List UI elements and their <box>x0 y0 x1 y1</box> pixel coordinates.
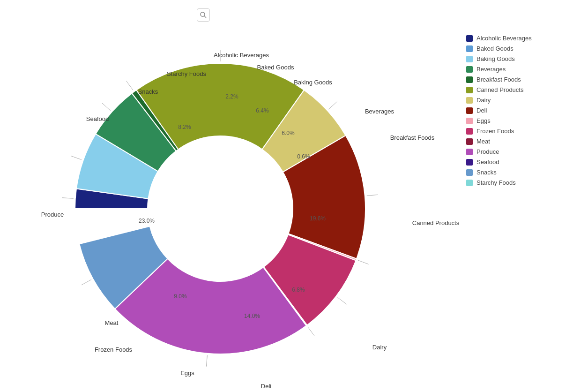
legend-swatch <box>466 35 473 42</box>
segment-outer-label: Starchy Foods <box>167 70 206 77</box>
legend-swatch <box>466 149 473 155</box>
segment-outer-label: Dairy <box>372 344 387 351</box>
legend-item: Eggs <box>466 117 579 124</box>
segment-pct-label: 6.0% <box>282 130 295 136</box>
legend-item: Seafood <box>466 158 579 166</box>
segment-outer-label: Deli <box>261 383 272 390</box>
segment-outer-label: Baked Goods <box>257 64 294 71</box>
legend-swatch <box>466 138 473 145</box>
legend-items: Alcoholic Beverages Baked Goods Baking G… <box>466 35 579 186</box>
legend-swatch <box>466 118 473 124</box>
legend-item: Canned Products <box>466 86 579 93</box>
legend-swatch <box>466 45 473 52</box>
legend-swatch <box>466 66 473 73</box>
segment-outer-label: Frozen Foods <box>95 346 133 353</box>
title-area <box>197 8 214 22</box>
legend-label: Breakfast Foods <box>476 76 521 83</box>
legend-item: Produce <box>466 148 579 155</box>
svg-line-7 <box>329 102 337 109</box>
svg-line-12 <box>206 355 207 367</box>
segment-pct-label: 19.6% <box>310 215 326 222</box>
svg-line-5 <box>127 81 133 90</box>
segment-outer-label: Canned Products <box>412 219 460 226</box>
segment-outer-label: Baking Goods <box>294 79 332 86</box>
legend-swatch <box>466 56 473 62</box>
legend-label: Seafood <box>476 158 499 166</box>
svg-line-8 <box>367 195 378 196</box>
svg-point-0 <box>201 12 205 16</box>
segment-outer-label: Seafood <box>86 115 109 122</box>
legend-item: Alcoholic Beverages <box>466 35 579 42</box>
segment-pct-label: 0.6% <box>297 153 310 160</box>
legend-label: Canned Products <box>476 86 523 93</box>
legend-item: Meat <box>466 138 579 145</box>
legend-item: Breakfast Foods <box>466 76 579 83</box>
svg-line-1 <box>204 16 206 18</box>
chart-container: Alcoholic Beverages2.2%Baked GoodsBaking… <box>0 0 588 392</box>
legend-label: Snacks <box>476 169 497 176</box>
segment-outer-label: Beverages <box>365 108 394 115</box>
svg-line-10 <box>338 297 347 304</box>
svg-line-11 <box>308 327 314 336</box>
segment-pct-label: 23.0% <box>139 218 155 224</box>
legend-label: Beverages <box>476 66 506 73</box>
segment-pct-label: 14.0% <box>244 313 260 319</box>
svg-line-2 <box>62 198 74 199</box>
svg-line-13 <box>82 279 91 285</box>
segment-outer-label: Alcoholic Beverages <box>214 52 269 59</box>
legend-label: Deli <box>476 107 487 114</box>
svg-line-3 <box>71 156 82 160</box>
legend-label: Dairy <box>476 97 491 104</box>
segment-pct-label: 6.4% <box>256 107 269 114</box>
legend-swatch <box>466 87 473 93</box>
legend-label: Produce <box>476 148 499 155</box>
legend-label: Meat <box>476 138 490 145</box>
segment-outer-label: Snacks <box>138 88 158 95</box>
legend-item: Baked Goods <box>466 45 579 52</box>
legend-label: Starchy Foods <box>476 179 516 186</box>
legend-swatch <box>466 159 473 166</box>
legend-swatch <box>466 97 473 104</box>
legend-area: Alcoholic Beverages Baked Goods Baking G… <box>466 28 579 189</box>
legend-item: Deli <box>466 107 579 114</box>
legend-label: Eggs <box>476 117 491 124</box>
legend-label: Baked Goods <box>476 45 514 52</box>
legend-label: Baking Goods <box>476 55 515 62</box>
legend-swatch <box>466 76 473 83</box>
donut-chart: Alcoholic Beverages2.2%Baked GoodsBaking… <box>9 23 469 392</box>
segment-outer-label: Produce <box>41 211 64 218</box>
legend-item: Beverages <box>466 66 579 73</box>
segment-pct-label: 6.8% <box>292 286 305 293</box>
legend-swatch <box>466 169 473 176</box>
svg-line-9 <box>358 260 368 264</box>
legend-item: Starchy Foods <box>466 179 579 186</box>
segment-outer-label: Eggs <box>180 369 194 377</box>
legend-item: Dairy <box>466 97 579 104</box>
legend-label: Frozen Foods <box>476 128 514 135</box>
legend-item: Baking Goods <box>466 55 579 62</box>
segment-pct-label: 8.2% <box>178 124 191 130</box>
legend-swatch <box>466 180 473 186</box>
legend-item: Snacks <box>466 169 579 176</box>
svg-line-4 <box>102 103 111 111</box>
segment-outer-label: Meat <box>105 319 119 326</box>
segment-pct-label: 9.0% <box>174 293 187 300</box>
legend-item: Frozen Foods <box>466 128 579 135</box>
search-icon <box>197 8 210 22</box>
legend-swatch <box>466 107 473 114</box>
segment-outer-label: Breakfast Foods <box>390 134 435 141</box>
segment-pct-label: 2.2% <box>225 93 238 100</box>
legend-swatch <box>466 128 473 135</box>
legend-label: Alcoholic Beverages <box>476 35 532 42</box>
